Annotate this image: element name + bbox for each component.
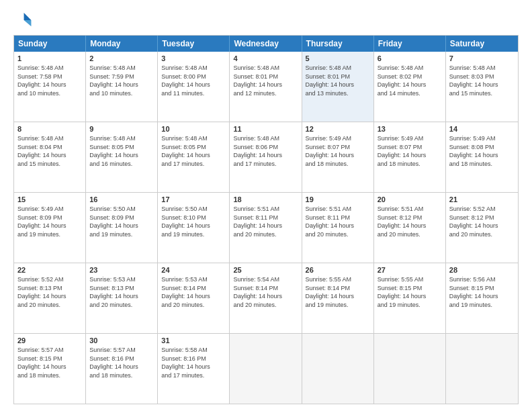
day-number: 15 [17, 195, 82, 203]
day-info: Sunrise: 5:51 AM Sunset: 8:11 PM Dayligh… [233, 205, 298, 238]
day-number: 26 [306, 266, 370, 274]
calendar-cell: 24Sunrise: 5:53 AM Sunset: 8:14 PM Dayli… [158, 263, 230, 333]
day-number: 4 [233, 54, 298, 62]
day-number: 18 [233, 195, 298, 203]
day-info: Sunrise: 5:48 AM Sunset: 8:02 PM Dayligh… [378, 64, 442, 97]
day-info: Sunrise: 5:57 AM Sunset: 8:16 PM Dayligh… [89, 346, 154, 379]
calendar-cell: 11Sunrise: 5:48 AM Sunset: 8:06 PM Dayli… [230, 122, 302, 192]
day-number: 22 [17, 266, 82, 274]
calendar-cell: 27Sunrise: 5:55 AM Sunset: 8:15 PM Dayli… [374, 263, 446, 333]
day-info: Sunrise: 5:52 AM Sunset: 8:13 PM Dayligh… [17, 275, 82, 309]
weekday-header: Monday [86, 36, 158, 52]
calendar-cell: 4Sunrise: 5:48 AM Sunset: 8:01 PM Daylig… [230, 52, 302, 122]
header [13, 11, 519, 30]
day-number: 6 [378, 54, 442, 62]
calendar-cell: 5Sunrise: 5:48 AM Sunset: 8:01 PM Daylig… [302, 52, 374, 122]
weekday-header: Wednesday [230, 36, 302, 52]
day-number: 10 [161, 125, 226, 133]
day-info: Sunrise: 5:49 AM Sunset: 8:07 PM Dayligh… [306, 134, 370, 168]
day-info: Sunrise: 5:51 AM Sunset: 8:12 PM Dayligh… [378, 205, 442, 238]
day-number: 20 [378, 195, 442, 203]
day-number: 9 [89, 125, 154, 133]
day-number: 8 [17, 125, 82, 133]
logo [13, 11, 35, 30]
day-info: Sunrise: 5:55 AM Sunset: 8:15 PM Dayligh… [378, 275, 442, 309]
calendar-cell: 19Sunrise: 5:51 AM Sunset: 8:11 PM Dayli… [302, 193, 374, 263]
calendar-body: 1Sunrise: 5:48 AM Sunset: 7:58 PM Daylig… [14, 52, 518, 404]
day-info: Sunrise: 5:57 AM Sunset: 8:15 PM Dayligh… [17, 346, 82, 379]
day-info: Sunrise: 5:48 AM Sunset: 8:00 PM Dayligh… [161, 64, 226, 97]
day-info: Sunrise: 5:52 AM Sunset: 8:12 PM Dayligh… [449, 205, 515, 238]
day-number: 3 [161, 54, 226, 62]
calendar-cell: 13Sunrise: 5:49 AM Sunset: 8:07 PM Dayli… [374, 122, 446, 192]
day-number: 2 [89, 54, 154, 62]
calendar-cell: 20Sunrise: 5:51 AM Sunset: 8:12 PM Dayli… [374, 193, 446, 263]
day-info: Sunrise: 5:48 AM Sunset: 8:03 PM Dayligh… [449, 64, 515, 97]
day-info: Sunrise: 5:53 AM Sunset: 8:14 PM Dayligh… [161, 275, 226, 309]
calendar-week: 15Sunrise: 5:49 AM Sunset: 8:09 PM Dayli… [14, 192, 518, 263]
weekday-header: Tuesday [158, 36, 230, 52]
calendar-cell: 9Sunrise: 5:48 AM Sunset: 8:05 PM Daylig… [86, 122, 158, 192]
calendar-cell: 28Sunrise: 5:56 AM Sunset: 8:15 PM Dayli… [446, 263, 518, 333]
calendar-cell: 18Sunrise: 5:51 AM Sunset: 8:11 PM Dayli… [230, 193, 302, 263]
calendar-cell: 22Sunrise: 5:52 AM Sunset: 8:13 PM Dayli… [14, 263, 86, 333]
day-number: 7 [449, 54, 515, 62]
day-number: 14 [449, 125, 515, 133]
calendar-week: 8Sunrise: 5:48 AM Sunset: 8:04 PM Daylig… [14, 122, 518, 192]
day-info: Sunrise: 5:48 AM Sunset: 8:05 PM Dayligh… [161, 134, 226, 168]
logo-icon [13, 11, 32, 30]
day-info: Sunrise: 5:49 AM Sunset: 8:09 PM Dayligh… [17, 205, 82, 238]
day-number: 23 [89, 266, 154, 274]
calendar-cell: 12Sunrise: 5:49 AM Sunset: 8:07 PM Dayli… [302, 122, 374, 192]
calendar-week: 1Sunrise: 5:48 AM Sunset: 7:58 PM Daylig… [14, 52, 518, 122]
calendar-cell: 6Sunrise: 5:48 AM Sunset: 8:02 PM Daylig… [374, 52, 446, 122]
calendar-cell: 14Sunrise: 5:49 AM Sunset: 8:08 PM Dayli… [446, 122, 518, 192]
calendar-cell: 26Sunrise: 5:55 AM Sunset: 8:14 PM Dayli… [302, 263, 374, 333]
day-number: 31 [161, 336, 226, 345]
svg-marker-0 [24, 13, 32, 20]
page: SundayMondayTuesdayWednesdayThursdayFrid… [0, 0, 532, 411]
calendar-cell: 23Sunrise: 5:53 AM Sunset: 8:13 PM Dayli… [86, 263, 158, 333]
weekday-header: Sunday [14, 36, 86, 52]
weekday-header: Saturday [446, 36, 518, 52]
day-info: Sunrise: 5:48 AM Sunset: 8:01 PM Dayligh… [306, 64, 370, 97]
day-number: 13 [378, 125, 442, 133]
day-number: 27 [378, 266, 442, 274]
calendar: SundayMondayTuesdayWednesdayThursdayFrid… [13, 35, 519, 404]
calendar-cell [374, 334, 446, 404]
calendar-cell: 1Sunrise: 5:48 AM Sunset: 7:58 PM Daylig… [14, 52, 86, 122]
day-number: 17 [161, 195, 226, 203]
day-info: Sunrise: 5:48 AM Sunset: 8:04 PM Dayligh… [17, 134, 82, 168]
day-info: Sunrise: 5:53 AM Sunset: 8:13 PM Dayligh… [89, 275, 154, 309]
day-number: 16 [89, 195, 154, 203]
calendar-cell [446, 334, 518, 404]
calendar-cell [230, 334, 302, 404]
calendar-cell [302, 334, 374, 404]
day-number: 11 [233, 125, 298, 133]
day-number: 29 [17, 336, 82, 345]
day-info: Sunrise: 5:48 AM Sunset: 8:06 PM Dayligh… [233, 134, 298, 168]
day-info: Sunrise: 5:48 AM Sunset: 8:01 PM Dayligh… [233, 64, 298, 97]
calendar-cell: 30Sunrise: 5:57 AM Sunset: 8:16 PM Dayli… [86, 334, 158, 404]
day-number: 24 [161, 266, 226, 274]
calendar-cell: 2Sunrise: 5:48 AM Sunset: 7:59 PM Daylig… [86, 52, 158, 122]
day-info: Sunrise: 5:48 AM Sunset: 7:59 PM Dayligh… [89, 64, 154, 97]
day-info: Sunrise: 5:50 AM Sunset: 8:09 PM Dayligh… [89, 205, 154, 238]
calendar-week: 22Sunrise: 5:52 AM Sunset: 8:13 PM Dayli… [14, 263, 518, 333]
calendar-cell: 21Sunrise: 5:52 AM Sunset: 8:12 PM Dayli… [446, 193, 518, 263]
calendar-header: SundayMondayTuesdayWednesdayThursdayFrid… [14, 36, 518, 52]
day-number: 12 [306, 125, 370, 133]
calendar-cell: 10Sunrise: 5:48 AM Sunset: 8:05 PM Dayli… [158, 122, 230, 192]
calendar-cell: 31Sunrise: 5:58 AM Sunset: 8:16 PM Dayli… [158, 334, 230, 404]
calendar-cell: 29Sunrise: 5:57 AM Sunset: 8:15 PM Dayli… [14, 334, 86, 404]
day-info: Sunrise: 5:49 AM Sunset: 8:08 PM Dayligh… [449, 134, 515, 168]
day-info: Sunrise: 5:50 AM Sunset: 8:10 PM Dayligh… [161, 205, 226, 238]
day-info: Sunrise: 5:55 AM Sunset: 8:14 PM Dayligh… [306, 275, 370, 309]
day-info: Sunrise: 5:48 AM Sunset: 7:58 PM Dayligh… [17, 64, 82, 97]
weekday-header: Thursday [302, 36, 374, 52]
day-info: Sunrise: 5:51 AM Sunset: 8:11 PM Dayligh… [306, 205, 370, 238]
calendar-cell: 25Sunrise: 5:54 AM Sunset: 8:14 PM Dayli… [230, 263, 302, 333]
day-info: Sunrise: 5:56 AM Sunset: 8:15 PM Dayligh… [449, 275, 515, 309]
day-info: Sunrise: 5:54 AM Sunset: 8:14 PM Dayligh… [233, 275, 298, 309]
calendar-week: 29Sunrise: 5:57 AM Sunset: 8:15 PM Dayli… [14, 333, 518, 404]
